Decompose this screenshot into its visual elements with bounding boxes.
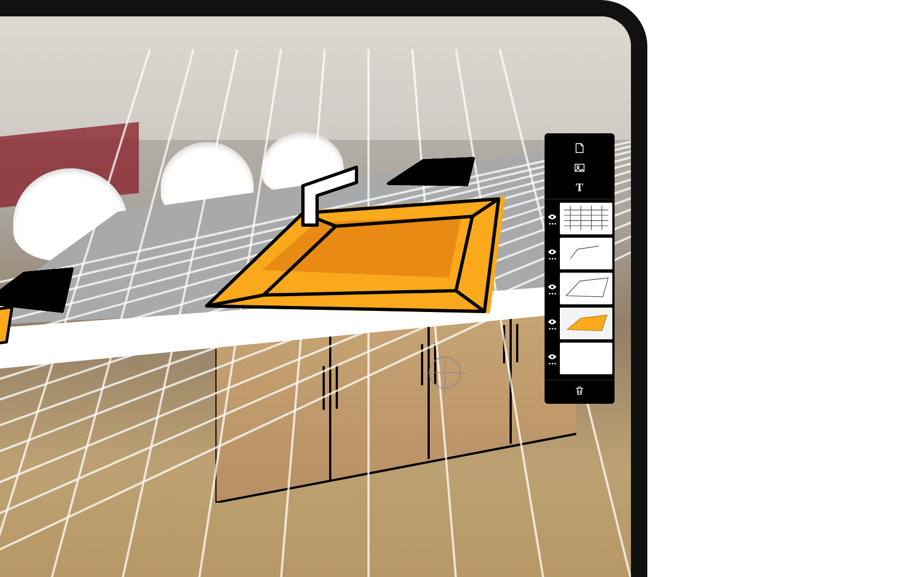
- svg-point-37: [551, 250, 554, 253]
- layer-row[interactable]: [545, 272, 615, 305]
- faucet: [292, 160, 369, 231]
- app-canvas[interactable]: T: [0, 16, 631, 577]
- highlight-wedge: [0, 304, 13, 358]
- layers-panel: T: [545, 133, 615, 404]
- layer-options-icon[interactable]: [549, 328, 556, 329]
- layer-thumbnail[interactable]: [560, 238, 612, 269]
- add-text-button[interactable]: T: [545, 178, 615, 197]
- layer-options-icon[interactable]: [549, 363, 556, 364]
- image-icon: [574, 162, 586, 174]
- layer-options-icon[interactable]: [549, 258, 556, 260]
- layer-row[interactable]: [545, 202, 615, 235]
- text-icon: T: [576, 182, 583, 193]
- visibility-toggle-icon[interactable]: [547, 353, 557, 361]
- svg-point-39: [551, 320, 554, 323]
- visibility-toggle-icon[interactable]: [547, 283, 557, 291]
- layer-row[interactable]: [545, 342, 615, 375]
- page-icon: [574, 142, 586, 154]
- highlight-wedge: [385, 155, 478, 193]
- layers-list: [545, 199, 615, 378]
- trash-icon: [574, 385, 585, 397]
- visibility-toggle-icon[interactable]: [547, 318, 557, 326]
- layer-row[interactable]: [545, 237, 615, 270]
- svg-point-38: [551, 285, 554, 288]
- svg-point-35: [577, 166, 579, 168]
- cursor-crosshair-icon: [429, 356, 461, 389]
- layer-thumbnail[interactable]: [560, 203, 612, 234]
- layer-options-icon[interactable]: [549, 293, 556, 295]
- svg-point-36: [551, 215, 554, 218]
- svg-line-1: [215, 434, 576, 503]
- delete-layer-button[interactable]: [545, 380, 615, 401]
- add-page-button[interactable]: [545, 139, 615, 157]
- visibility-toggle-icon[interactable]: [547, 248, 557, 256]
- scene-back-wall: [0, 16, 631, 140]
- add-image-button[interactable]: [545, 158, 615, 177]
- visibility-toggle-icon[interactable]: [547, 213, 557, 221]
- layer-row[interactable]: [545, 307, 615, 340]
- layer-options-icon[interactable]: [549, 223, 556, 225]
- layer-thumbnail[interactable]: [560, 273, 612, 304]
- svg-point-40: [551, 355, 554, 358]
- layer-thumbnail[interactable]: [560, 343, 612, 374]
- tablet-device-frame: T: [0, 0, 647, 577]
- layer-thumbnail[interactable]: [560, 308, 612, 339]
